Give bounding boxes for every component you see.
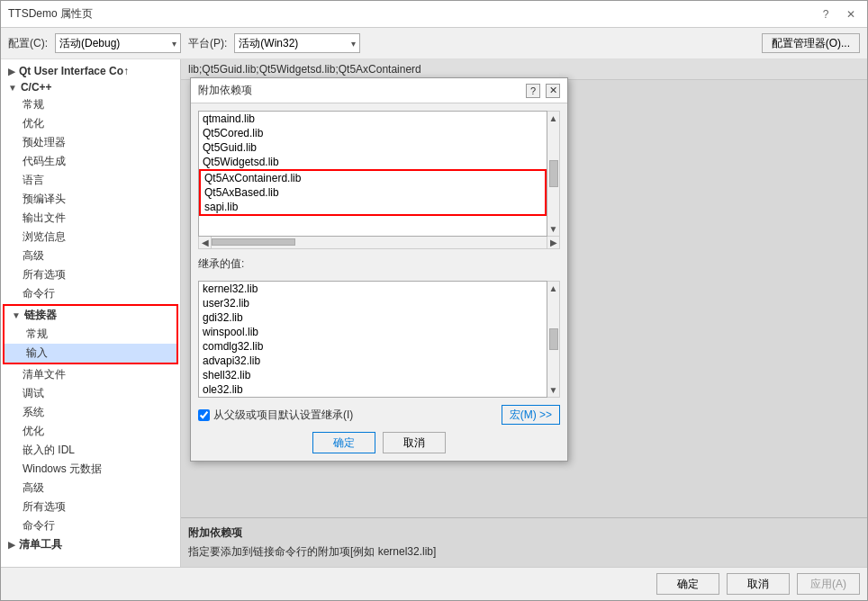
modal-overlay: 附加依赖项 ? ✕ qtmaind.lib (181, 59, 867, 567)
list-item[interactable]: qtmaind.lib (199, 112, 547, 126)
sidebar-item-label: 浏览信息 (23, 229, 66, 245)
list-item[interactable]: sapi.lib (201, 200, 545, 214)
hscroll-bar[interactable]: ◀ ▶ (198, 237, 560, 249)
sidebar-item-label: 预处理器 (23, 135, 66, 150)
sidebar-item-label: 命令行 (23, 286, 55, 301)
body-area: ▶ Qt User Interface Co↑ ▼ C/C++ 常规 优化 预处… (1, 59, 867, 567)
sidebar-item-all-options2[interactable]: 所有选项 (1, 498, 180, 516)
scroll-up-arrow[interactable]: ▲ (549, 113, 558, 123)
scroll-thumb (549, 328, 558, 350)
sidebar-item-precompile[interactable]: 预编译头 (1, 190, 180, 209)
dialog: 附加依赖项 ? ✕ qtmaind.lib (190, 77, 568, 462)
sidebar-item-label: 预编译头 (23, 192, 66, 207)
apply-button[interactable]: 应用(A) (797, 573, 860, 595)
lib-list-container: qtmaind.lib Qt5Cored.lib Qt5Guid.lib Qt5… (198, 111, 560, 249)
sidebar-item-system[interactable]: 系统 (1, 403, 180, 422)
list-item: advapi32.lib (199, 354, 547, 368)
inherited-list-scroll-area: kernel32.lib user32.lib gdi32.lib winspo… (198, 281, 560, 398)
sidebar-item-advanced2[interactable]: 高级 (1, 479, 180, 498)
list-item[interactable]: Qt5Cored.lib (199, 126, 547, 140)
toolbar: 配置(C): 活动(Debug) ▾ 平台(P): 活动(Win32) ▾ 配置… (1, 28, 867, 59)
hscroll-left[interactable]: ◀ (199, 237, 212, 248)
sidebar-item-label: 高级 (23, 248, 44, 264)
scroll-up-arrow[interactable]: ▲ (549, 283, 558, 293)
inherited-scrollbar[interactable]: ▲ ▼ (547, 281, 560, 398)
macro-button[interactable]: 宏(M) >> (502, 405, 560, 425)
dialog-help-button[interactable]: ? (526, 84, 540, 98)
sidebar-item-codegen[interactable]: 代码生成 (1, 152, 180, 171)
cancel-button[interactable]: 取消 (727, 573, 790, 595)
list-item[interactable]: Qt5Guid.lib (199, 140, 547, 155)
dialog-ok-button[interactable]: 确定 (312, 432, 375, 453)
scroll-down-arrow[interactable]: ▼ (549, 385, 558, 395)
sidebar-item-cmdline2[interactable]: 命令行 (1, 516, 180, 535)
sidebar-item-all-options1[interactable]: 所有选项 (1, 265, 180, 284)
listbox-scrollbar[interactable]: ▲ ▼ (547, 111, 560, 237)
sidebar-item-label: 清单工具 (19, 537, 62, 552)
sidebar-item-label: 优化 (23, 424, 44, 439)
sidebar-item-input[interactable]: 输入 (5, 344, 176, 363)
sidebar-item-optimize[interactable]: 优化 (1, 114, 180, 133)
sidebar-item-cpp[interactable]: ▼ C/C++ (1, 79, 180, 95)
hscroll-track (212, 237, 547, 248)
sidebar-item-label: 代码生成 (23, 154, 66, 169)
expand-icon: ▶ (8, 540, 15, 550)
sidebar-item-cmdline1[interactable]: 命令行 (1, 284, 180, 303)
sidebar-item-advanced1[interactable]: 高级 (1, 247, 180, 265)
sidebar-item-label: Qt User Interface Co↑ (19, 65, 129, 77)
hscroll-right[interactable]: ▶ (547, 237, 559, 248)
platform-dropdown-arrow: ▾ (351, 39, 356, 49)
list-item[interactable]: Qt5AxBased.lib (201, 185, 545, 200)
sidebar-item-label: 优化 (23, 116, 44, 131)
list-item[interactable]: Qt5AxContainerd.lib (201, 171, 545, 185)
sidebar-item-label: 输入 (26, 345, 48, 361)
scroll-down-arrow[interactable]: ▼ (549, 224, 558, 234)
sidebar-item-manifest[interactable]: 清单文件 (1, 365, 180, 384)
close-button[interactable]: ✕ (842, 5, 860, 23)
config-manager-button[interactable]: 配置管理器(O)... (762, 33, 860, 53)
list-item: shell32.lib (199, 368, 547, 382)
expand-icon: ▶ (8, 67, 15, 76)
config-dropdown[interactable]: 活动(Debug) ▾ (55, 33, 181, 53)
sidebar-item-normal2[interactable]: 常规 (5, 325, 176, 344)
list-item: kernel32.lib (199, 282, 547, 296)
sidebar-item-optimize2[interactable]: 优化 (1, 422, 180, 441)
help-button[interactable]: ? (817, 5, 835, 23)
dialog-close-button[interactable]: ✕ (546, 84, 560, 98)
list-item: winspool.lib (199, 325, 547, 339)
sidebar-item-qt-user-interface[interactable]: ▶ Qt User Interface Co↑ (1, 63, 180, 79)
lib-listbox[interactable]: qtmaind.lib Qt5Cored.lib Qt5Guid.lib Qt5… (198, 111, 547, 237)
platform-dropdown[interactable]: 活动(Win32) ▾ (234, 33, 360, 53)
dialog-body: qtmaind.lib Qt5Cored.lib Qt5Guid.lib Qt5… (191, 103, 567, 432)
inherit-checkbox[interactable] (198, 409, 210, 421)
list-item: user32.lib (199, 296, 547, 310)
sidebar-item-language[interactable]: 语言 (1, 171, 180, 190)
sidebar-item-label: 清单文件 (23, 367, 66, 382)
sidebar-item-preprocessor[interactable]: 预处理器 (1, 133, 180, 152)
sidebar-item-label: 常规 (26, 327, 48, 342)
sidebar-item-embedded-idl[interactable]: 嵌入的 IDL (1, 441, 180, 460)
platform-value: 活动(Win32) (239, 36, 298, 51)
sidebar-item-normal1[interactable]: 常规 (1, 95, 180, 114)
ok-button[interactable]: 确定 (656, 573, 719, 595)
sidebar-item-linker[interactable]: ▼ 链接器 (5, 306, 176, 325)
dialog-title-bar: 附加依赖项 ? ✕ (191, 78, 567, 103)
list-item: ole32.lib (199, 382, 547, 397)
sidebar-item-browse-info[interactable]: 浏览信息 (1, 228, 180, 247)
sidebar-item-output-file[interactable]: 输出文件 (1, 209, 180, 228)
bottom-buttons: 确定 取消 应用(A) (1, 567, 867, 600)
list-item: gdi32.lib (199, 310, 547, 325)
sidebar-item-label: 嵌入的 IDL (23, 443, 75, 458)
sidebar-item-label: 命令行 (23, 518, 55, 534)
sidebar-item-debug[interactable]: 调试 (1, 384, 180, 403)
expand-icon: ▼ (8, 83, 17, 93)
sidebar-item-label: Windows 元数据 (23, 462, 102, 477)
inherited-listbox[interactable]: kernel32.lib user32.lib gdi32.lib winspo… (198, 281, 547, 398)
dialog-cancel-button[interactable]: 取消 (383, 432, 446, 453)
sidebar-item-label: 所有选项 (23, 499, 66, 515)
sidebar-item-list-tools[interactable]: ▶ 清单工具 (1, 535, 180, 554)
list-item[interactable]: Qt5Widgetsd.lib (199, 155, 547, 169)
scroll-thumb (549, 160, 558, 187)
inherited-label: 继承的值: (198, 256, 560, 272)
sidebar-item-windows-metadata[interactable]: Windows 元数据 (1, 460, 180, 479)
